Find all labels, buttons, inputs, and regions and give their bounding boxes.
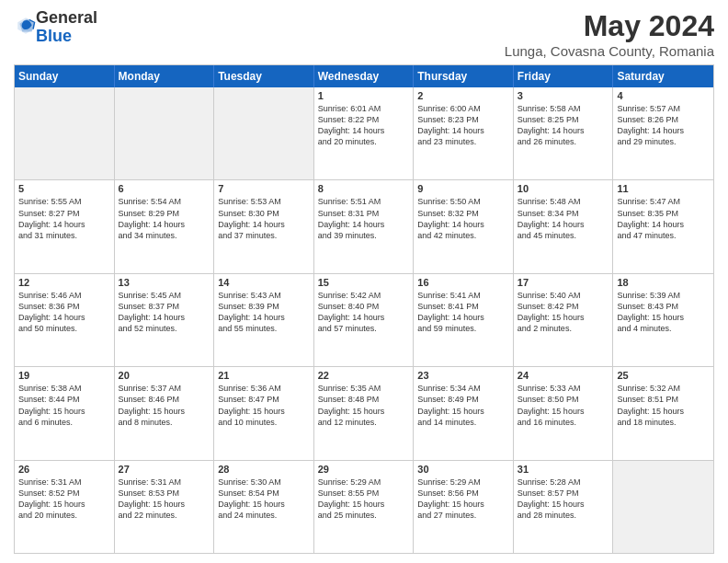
calendar-cell: 15Sunrise: 5:42 AM Sunset: 8:40 PM Dayli… bbox=[314, 274, 415, 366]
main-title: May 2024 bbox=[505, 9, 714, 43]
day-number: 16 bbox=[417, 277, 509, 288]
cell-info: Sunrise: 5:41 AM Sunset: 8:41 PM Dayligh… bbox=[417, 290, 509, 335]
calendar-header-cell: Monday bbox=[115, 65, 215, 87]
day-number: 23 bbox=[417, 370, 509, 381]
cell-info: Sunrise: 5:48 AM Sunset: 8:34 PM Dayligh… bbox=[518, 196, 609, 241]
day-number: 13 bbox=[119, 277, 210, 288]
day-number: 20 bbox=[119, 370, 210, 381]
calendar-cell: 19Sunrise: 5:38 AM Sunset: 8:44 PM Dayli… bbox=[15, 367, 115, 459]
cell-info: Sunrise: 5:39 AM Sunset: 8:43 PM Dayligh… bbox=[617, 290, 710, 335]
cell-info: Sunrise: 5:47 AM Sunset: 8:35 PM Dayligh… bbox=[617, 196, 710, 241]
day-number: 17 bbox=[518, 277, 609, 288]
day-number: 22 bbox=[318, 370, 410, 381]
calendar-cell: 17Sunrise: 5:40 AM Sunset: 8:42 PM Dayli… bbox=[514, 274, 614, 366]
calendar-cell: 6Sunrise: 5:54 AM Sunset: 8:29 PM Daylig… bbox=[115, 180, 215, 272]
cell-info: Sunrise: 5:38 AM Sunset: 8:44 PM Dayligh… bbox=[18, 383, 110, 428]
calendar-row: 26Sunrise: 5:31 AM Sunset: 8:52 PM Dayli… bbox=[15, 460, 713, 553]
cell-info: Sunrise: 5:31 AM Sunset: 8:53 PM Dayligh… bbox=[119, 477, 210, 522]
calendar-cell: 14Sunrise: 5:43 AM Sunset: 8:39 PM Dayli… bbox=[214, 274, 314, 366]
day-number: 3 bbox=[518, 90, 609, 101]
day-number: 21 bbox=[218, 370, 310, 381]
calendar-body: 1Sunrise: 6:01 AM Sunset: 8:22 PM Daylig… bbox=[15, 87, 713, 553]
calendar-cell: 7Sunrise: 5:53 AM Sunset: 8:30 PM Daylig… bbox=[214, 180, 314, 272]
calendar-cell: 25Sunrise: 5:32 AM Sunset: 8:51 PM Dayli… bbox=[613, 367, 713, 459]
calendar-cell: 29Sunrise: 5:29 AM Sunset: 8:55 PM Dayli… bbox=[314, 461, 415, 553]
calendar-cell: 16Sunrise: 5:41 AM Sunset: 8:41 PM Dayli… bbox=[414, 274, 514, 366]
calendar-cell: 26Sunrise: 5:31 AM Sunset: 8:52 PM Dayli… bbox=[15, 461, 115, 553]
day-number: 2 bbox=[417, 90, 509, 101]
calendar-cell: 9Sunrise: 5:50 AM Sunset: 8:32 PM Daylig… bbox=[414, 180, 514, 272]
day-number: 14 bbox=[218, 277, 310, 288]
subtitle: Lunga, Covasna County, Romania bbox=[505, 43, 714, 59]
calendar-header-cell: Friday bbox=[514, 65, 614, 87]
cell-info: Sunrise: 5:30 AM Sunset: 8:54 PM Dayligh… bbox=[218, 477, 310, 522]
day-number: 28 bbox=[218, 464, 310, 475]
calendar-cell: 20Sunrise: 5:37 AM Sunset: 8:46 PM Dayli… bbox=[115, 367, 215, 459]
cell-info: Sunrise: 5:29 AM Sunset: 8:55 PM Dayligh… bbox=[318, 477, 410, 522]
day-number: 4 bbox=[617, 90, 710, 101]
cell-info: Sunrise: 5:28 AM Sunset: 8:57 PM Dayligh… bbox=[518, 477, 609, 522]
day-number: 7 bbox=[218, 183, 310, 194]
cell-info: Sunrise: 5:58 AM Sunset: 8:25 PM Dayligh… bbox=[518, 103, 609, 148]
cell-info: Sunrise: 6:00 AM Sunset: 8:23 PM Dayligh… bbox=[417, 103, 509, 148]
cell-info: Sunrise: 5:37 AM Sunset: 8:46 PM Dayligh… bbox=[119, 383, 210, 428]
calendar-header-cell: Wednesday bbox=[314, 65, 415, 87]
calendar-cell bbox=[15, 87, 115, 179]
calendar-header-cell: Saturday bbox=[613, 65, 713, 87]
cell-info: Sunrise: 6:01 AM Sunset: 8:22 PM Dayligh… bbox=[318, 103, 410, 148]
cell-info: Sunrise: 5:55 AM Sunset: 8:27 PM Dayligh… bbox=[18, 196, 110, 241]
cell-info: Sunrise: 5:32 AM Sunset: 8:51 PM Dayligh… bbox=[617, 383, 710, 428]
calendar-cell: 18Sunrise: 5:39 AM Sunset: 8:43 PM Dayli… bbox=[613, 274, 713, 366]
calendar-row: 1Sunrise: 6:01 AM Sunset: 8:22 PM Daylig… bbox=[15, 87, 713, 179]
calendar-row: 5Sunrise: 5:55 AM Sunset: 8:27 PM Daylig… bbox=[15, 179, 713, 272]
calendar-cell: 22Sunrise: 5:35 AM Sunset: 8:48 PM Dayli… bbox=[314, 367, 415, 459]
day-number: 12 bbox=[18, 277, 110, 288]
calendar-cell: 12Sunrise: 5:46 AM Sunset: 8:36 PM Dayli… bbox=[15, 274, 115, 366]
page: General Blue May 2024 Lunga, Covasna Cou… bbox=[0, 0, 728, 563]
cell-info: Sunrise: 5:46 AM Sunset: 8:36 PM Dayligh… bbox=[18, 290, 110, 335]
day-number: 30 bbox=[417, 464, 509, 475]
calendar-cell bbox=[613, 461, 713, 553]
calendar-cell: 28Sunrise: 5:30 AM Sunset: 8:54 PM Dayli… bbox=[214, 461, 314, 553]
calendar-cell: 2Sunrise: 6:00 AM Sunset: 8:23 PM Daylig… bbox=[414, 87, 514, 179]
day-number: 26 bbox=[18, 464, 110, 475]
calendar-cell bbox=[115, 87, 215, 179]
day-number: 15 bbox=[318, 277, 410, 288]
cell-info: Sunrise: 5:36 AM Sunset: 8:47 PM Dayligh… bbox=[218, 383, 310, 428]
calendar-row: 19Sunrise: 5:38 AM Sunset: 8:44 PM Dayli… bbox=[15, 366, 713, 459]
cell-info: Sunrise: 5:51 AM Sunset: 8:31 PM Dayligh… bbox=[318, 196, 410, 241]
title-block: May 2024 Lunga, Covasna County, Romania bbox=[505, 9, 714, 59]
cell-info: Sunrise: 5:35 AM Sunset: 8:48 PM Dayligh… bbox=[318, 383, 410, 428]
calendar-cell: 3Sunrise: 5:58 AM Sunset: 8:25 PM Daylig… bbox=[514, 87, 614, 179]
day-number: 10 bbox=[518, 183, 609, 194]
calendar-cell bbox=[214, 87, 314, 179]
calendar-header: SundayMondayTuesdayWednesdayThursdayFrid… bbox=[15, 65, 713, 87]
cell-info: Sunrise: 5:54 AM Sunset: 8:29 PM Dayligh… bbox=[119, 196, 210, 241]
cell-info: Sunrise: 5:43 AM Sunset: 8:39 PM Dayligh… bbox=[218, 290, 310, 335]
calendar-cell: 30Sunrise: 5:29 AM Sunset: 8:56 PM Dayli… bbox=[414, 461, 514, 553]
calendar-cell: 23Sunrise: 5:34 AM Sunset: 8:49 PM Dayli… bbox=[414, 367, 514, 459]
day-number: 5 bbox=[18, 183, 110, 194]
day-number: 27 bbox=[119, 464, 210, 475]
calendar-cell: 31Sunrise: 5:28 AM Sunset: 8:57 PM Dayli… bbox=[514, 461, 614, 553]
cell-info: Sunrise: 5:45 AM Sunset: 8:37 PM Dayligh… bbox=[119, 290, 210, 335]
calendar-cell: 27Sunrise: 5:31 AM Sunset: 8:53 PM Dayli… bbox=[115, 461, 215, 553]
calendar-cell: 21Sunrise: 5:36 AM Sunset: 8:47 PM Dayli… bbox=[214, 367, 314, 459]
calendar-cell: 24Sunrise: 5:33 AM Sunset: 8:50 PM Dayli… bbox=[514, 367, 614, 459]
calendar-row: 12Sunrise: 5:46 AM Sunset: 8:36 PM Dayli… bbox=[15, 273, 713, 366]
day-number: 19 bbox=[18, 370, 110, 381]
logo-icon bbox=[16, 16, 36, 36]
calendar-cell: 13Sunrise: 5:45 AM Sunset: 8:37 PM Dayli… bbox=[115, 274, 215, 366]
logo-text: General Blue bbox=[36, 9, 97, 46]
logo: General Blue bbox=[14, 9, 97, 46]
calendar: SundayMondayTuesdayWednesdayThursdayFrid… bbox=[14, 64, 714, 554]
day-number: 6 bbox=[119, 183, 210, 194]
cell-info: Sunrise: 5:34 AM Sunset: 8:49 PM Dayligh… bbox=[417, 383, 509, 428]
calendar-cell: 4Sunrise: 5:57 AM Sunset: 8:26 PM Daylig… bbox=[613, 87, 713, 179]
day-number: 24 bbox=[518, 370, 609, 381]
cell-info: Sunrise: 5:40 AM Sunset: 8:42 PM Dayligh… bbox=[518, 290, 609, 335]
cell-info: Sunrise: 5:50 AM Sunset: 8:32 PM Dayligh… bbox=[417, 196, 509, 241]
day-number: 29 bbox=[318, 464, 410, 475]
day-number: 18 bbox=[617, 277, 710, 288]
calendar-cell: 10Sunrise: 5:48 AM Sunset: 8:34 PM Dayli… bbox=[514, 180, 614, 272]
